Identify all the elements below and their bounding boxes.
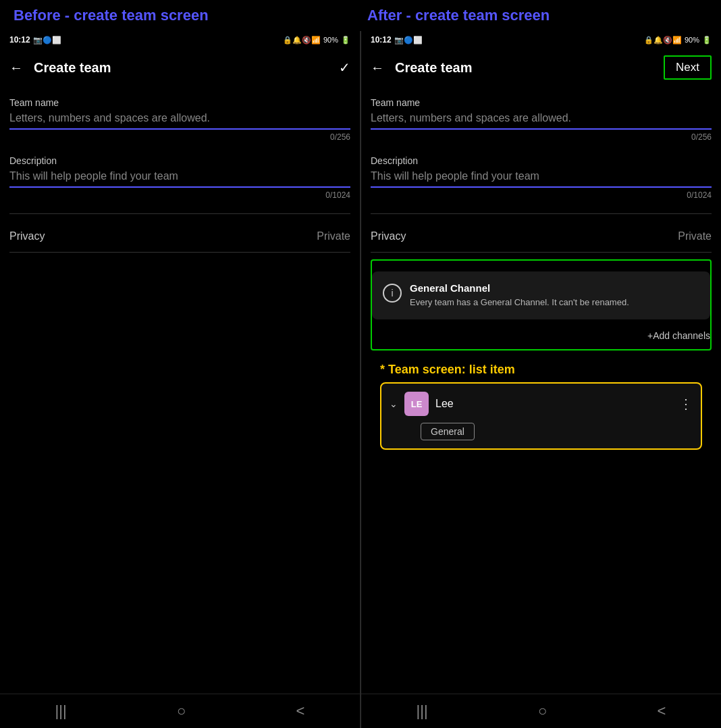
- before-app-title: Create team: [34, 60, 339, 76]
- before-status-right: 🔒🔔🔇📶 90%🔋: [283, 36, 350, 45]
- before-back-button[interactable]: ←: [9, 60, 23, 76]
- after-status-bar: 10:12 📷🔵⬜ 🔒🔔🔇📶 90%🔋: [361, 31, 721, 49]
- after-team-name-counter: 0/256: [371, 132, 712, 142]
- channel-title: General Channel: [410, 282, 629, 294]
- before-bottom-nav: ||| ○ <: [0, 694, 360, 728]
- after-back-button[interactable]: ←: [371, 60, 384, 76]
- channel-description: Every team has a General Channel. It can…: [410, 296, 629, 309]
- before-status-icons: 📷🔵⬜: [33, 36, 61, 45]
- before-status-bar: 10:12 📷🔵⬜ 🔒🔔🔇📶 90%🔋: [0, 31, 360, 49]
- before-check-icon[interactable]: ✓: [339, 59, 350, 76]
- after-team-name-field: Team name Letters, numbers and spaces ar…: [371, 97, 712, 142]
- before-privacy-row[interactable]: Privacy Private: [9, 221, 350, 253]
- after-status-icons: 📷🔵⬜: [394, 36, 423, 45]
- before-form: Team name Letters, numbers and spaces ar…: [0, 86, 360, 694]
- before-app-bar: ← Create team ✓: [0, 49, 360, 86]
- team-item-header: ⌄ LE Lee ⋮: [390, 392, 693, 416]
- after-description-input[interactable]: This will help people find your team: [371, 170, 712, 188]
- after-nav-back-icon[interactable]: <: [658, 702, 666, 720]
- after-nav-menu-icon[interactable]: |||: [417, 702, 428, 720]
- after-team-name-input[interactable]: Letters, numbers and spaces are allowed.: [371, 112, 712, 130]
- after-time: 10:12: [371, 35, 392, 45]
- add-channels-button[interactable]: +Add channels: [372, 325, 710, 349]
- channel-info: General Channel Every team has a General…: [410, 282, 629, 309]
- before-team-name-label: Team name: [9, 97, 350, 108]
- before-team-name-input[interactable]: Letters, numbers and spaces are allowed.: [9, 112, 350, 130]
- after-status-right: 🔒🔔🔇📶 90%🔋: [644, 36, 712, 45]
- before-nav-back-icon[interactable]: <: [296, 702, 305, 720]
- general-channel-row: General: [421, 423, 693, 440]
- before-team-name-field: Team name Letters, numbers and spaces ar…: [9, 97, 350, 142]
- general-channel-tag[interactable]: General: [421, 423, 475, 440]
- before-nav-menu-icon[interactable]: |||: [55, 702, 67, 720]
- before-team-name-counter: 0/256: [9, 132, 350, 142]
- before-privacy-value: Private: [317, 230, 350, 242]
- after-divider: [371, 213, 712, 214]
- before-divider: [9, 213, 350, 214]
- after-description-counter: 0/1024: [371, 190, 712, 200]
- after-next-button[interactable]: Next: [664, 55, 712, 80]
- before-description-field: Description This will help people find y…: [9, 155, 350, 200]
- after-screen: 10:12 📷🔵⬜ 🔒🔔🔇📶 90%🔋 ← Create team Next T…: [361, 31, 721, 728]
- after-status-left: 10:12 📷🔵⬜: [371, 35, 423, 45]
- before-description-input[interactable]: This will help people find your team: [9, 170, 350, 188]
- before-battery: 90%: [323, 36, 338, 44]
- after-status-icons-right: 🔒🔔🔇📶: [644, 36, 682, 45]
- after-form: Team name Letters, numbers and spaces ar…: [361, 86, 721, 694]
- title-bar: Before - create team screen After - crea…: [0, 0, 721, 31]
- after-team-name-label: Team name: [371, 97, 712, 108]
- annotation-label: * Team screen: list item: [371, 357, 712, 382]
- after-app-title: Create team: [395, 60, 664, 76]
- before-privacy-label: Privacy: [9, 230, 45, 242]
- after-title: After - create team screen: [354, 7, 707, 24]
- after-app-bar: ← Create team Next: [361, 49, 721, 86]
- general-channel-section: i General Channel Every team has a Gener…: [371, 259, 712, 350]
- chevron-down-icon: ⌄: [390, 398, 398, 409]
- before-description-label: Description: [9, 155, 350, 166]
- before-description-counter: 0/1024: [9, 190, 350, 200]
- after-description-field: Description This will help people find y…: [371, 155, 712, 200]
- before-status-left: 10:12 📷🔵⬜: [9, 35, 61, 45]
- team-name-label: Lee: [435, 398, 672, 410]
- after-battery: 90%: [685, 36, 699, 44]
- after-privacy-row[interactable]: Privacy Private: [371, 221, 712, 253]
- before-nav-home-icon[interactable]: ○: [177, 702, 186, 720]
- after-nav-home-icon[interactable]: ○: [538, 702, 547, 720]
- team-avatar: LE: [404, 392, 429, 416]
- team-list-item[interactable]: ⌄ LE Lee ⋮ General: [380, 382, 702, 450]
- after-privacy-value: Private: [678, 230, 712, 242]
- after-description-label: Description: [371, 155, 712, 166]
- more-options-icon[interactable]: ⋮: [679, 396, 693, 412]
- before-time: 10:12: [9, 35, 30, 45]
- before-screen: 10:12 📷🔵⬜ 🔒🔔🔇📶 90%🔋 ← Create team ✓ Team…: [0, 31, 360, 728]
- screens-container: 10:12 📷🔵⬜ 🔒🔔🔇📶 90%🔋 ← Create team ✓ Team…: [0, 31, 721, 728]
- before-title: Before - create team screen: [14, 7, 354, 24]
- general-channel-card: i General Channel Every team has a Gener…: [372, 271, 710, 319]
- before-status-icons-right: 🔒🔔🔇📶: [283, 36, 321, 45]
- after-privacy-label: Privacy: [371, 230, 406, 242]
- info-icon: i: [383, 284, 402, 303]
- after-bottom-nav: ||| ○ <: [361, 694, 721, 728]
